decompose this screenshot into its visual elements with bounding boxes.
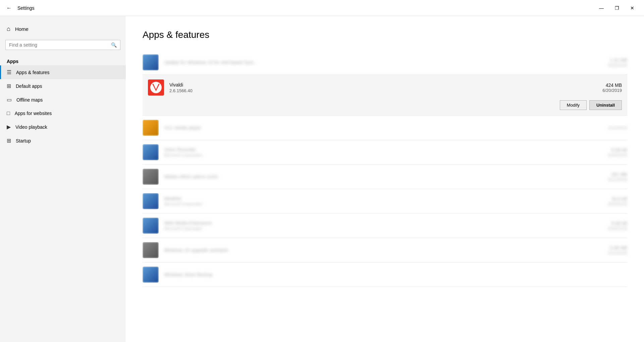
webex-icon-img — [143, 169, 159, 185]
app-meta: 1.42 MB 6/26/2019 — [608, 57, 627, 68]
vivaldi-info: Vivaldi 2.6.1566.40 — [169, 82, 597, 93]
web-media-icon — [143, 218, 159, 234]
weather-size: 16.0 kB — [608, 196, 627, 202]
voice-recorder-icon — [143, 144, 159, 160]
sidebar-item-default-apps-label: Default apps — [16, 83, 42, 89]
vlc-meta: 3/14/2019 — [608, 125, 627, 130]
webex-meta: 181 MB 6/21/2019 — [608, 172, 627, 182]
app-icon — [143, 54, 159, 70]
close-button[interactable]: ✕ — [625, 0, 640, 16]
list-item-web-media[interactable]: Web Media Extensions Microsoft Corporati… — [143, 214, 627, 238]
webex-icon — [143, 169, 159, 185]
list-item-vlc[interactable]: VLC media player 3/14/2019 — [143, 116, 627, 140]
voice-recorder-name: Voice Recorder — [164, 147, 602, 152]
sidebar: ⌂ Home 🔍 Apps ☰ Apps & features ⊞ Defaul… — [0, 16, 126, 342]
web-media-size: 8.08 kB — [608, 221, 627, 226]
list-item-win10-upgrade[interactable]: Windows 10 upgrade assistant 5.08 MB 3/1… — [143, 238, 627, 263]
minimize-button[interactable]: — — [594, 0, 609, 16]
list-item-weather[interactable]: Weather Microsoft Corporation 16.0 kB 6/… — [143, 189, 627, 214]
vlc-icon — [143, 120, 159, 136]
maximize-button[interactable]: ❐ — [609, 0, 625, 16]
win10-upgrade-icon-img — [143, 242, 159, 258]
sidebar-item-startup[interactable]: ⊞ Startup — [0, 134, 126, 148]
win10-upgrade-size: 5.08 MB — [608, 245, 627, 250]
web-media-name: Web Media Extensions — [164, 220, 602, 226]
web-media-sub: Microsoft Corporation — [164, 226, 602, 231]
offline-maps-icon: ▭ — [7, 97, 12, 103]
title-bar-left: ← Settings — [4, 3, 594, 13]
app-name: Update for Windows 10 for x64-based Syst… — [164, 60, 602, 65]
win10-upgrade-date: 3/12/2019 — [608, 250, 627, 255]
web-media-date: 6/20/2019 — [608, 226, 627, 231]
main-content: Apps & features Update for Windows 10 fo… — [126, 16, 644, 342]
vivaldi-inner — [150, 82, 162, 93]
voice-recorder-size: 6.08 kB — [608, 147, 627, 153]
weather-icon-img — [143, 193, 159, 209]
vivaldi-icon — [148, 79, 164, 96]
video-playback-icon: ▶ — [7, 124, 11, 130]
webex-name: Webex MSCI add-in (x32) — [164, 174, 602, 179]
sidebar-item-startup-label: Startup — [16, 138, 31, 144]
sidebar-item-apps-websites[interactable]: □ Apps for websites — [0, 107, 126, 120]
title-bar: ← Settings — ❐ ✕ — [0, 0, 644, 16]
webex-date: 6/21/2019 — [608, 177, 627, 182]
voice-recorder-header: Voice Recorder Microsoft Corporation 6.0… — [143, 140, 627, 164]
apps-websites-icon: □ — [7, 110, 10, 116]
search-input[interactable] — [9, 42, 111, 48]
page-title: Apps & features — [143, 30, 627, 40]
voice-recorder-sub: Microsoft Corporation — [164, 153, 602, 158]
sidebar-home-label: Home — [15, 26, 29, 32]
app-item-header: Update for Windows 10 for x64-based Syst… — [143, 50, 627, 74]
list-item[interactable]: Update for Windows 10 for x64-based Syst… — [143, 50, 627, 75]
voice-recorder-info: Voice Recorder Microsoft Corporation — [164, 147, 602, 158]
list-item-voice-recorder[interactable]: Voice Recorder Microsoft Corporation 6.0… — [143, 140, 627, 165]
voice-recorder-meta: 6.08 kB 6/20/2019 — [608, 147, 627, 158]
web-media-info: Web Media Extensions Microsoft Corporati… — [164, 220, 602, 231]
app-icon-img — [143, 54, 159, 70]
win-store-name: Windows Store Backup — [164, 272, 622, 277]
list-item-win-store[interactable]: Windows Store Backup — [143, 263, 627, 287]
sidebar-home[interactable]: ⌂ Home — [0, 21, 126, 37]
weather-date: 6/20/2019 — [608, 202, 627, 207]
sidebar-item-video-playback-label: Video playback — [15, 124, 47, 130]
list-item-vivaldi[interactable]: Vivaldi 2.6.1566.40 424 MB 6/20/2019 Mod… — [143, 75, 627, 116]
app-body: ⌂ Home 🔍 Apps ☰ Apps & features ⊞ Defaul… — [0, 16, 644, 342]
weather-info: Weather Microsoft Corporation — [164, 196, 602, 207]
vivaldi-v-shape — [152, 84, 160, 91]
home-icon: ⌂ — [7, 25, 10, 33]
web-media-icon-img — [143, 218, 159, 234]
vivaldi-meta: 424 MB 6/20/2019 — [602, 82, 622, 93]
webex-header: Webex MSCI add-in (x32) 181 MB 6/21/2019 — [143, 165, 627, 189]
sidebar-item-default-apps[interactable]: ⊞ Default apps — [0, 79, 126, 93]
app-list: Update for Windows 10 for x64-based Syst… — [143, 50, 627, 287]
vivaldi-version: 2.6.1566.40 — [169, 88, 597, 93]
win10-upgrade-info: Windows 10 upgrade assistant — [164, 247, 602, 253]
vivaldi-header: Vivaldi 2.6.1566.40 424 MB 6/20/2019 — [143, 75, 627, 100]
list-item-webex[interactable]: Webex MSCI add-in (x32) 181 MB 6/21/2019 — [143, 165, 627, 189]
win10-upgrade-name: Windows 10 upgrade assistant — [164, 247, 602, 253]
web-media-header: Web Media Extensions Microsoft Corporati… — [143, 214, 627, 238]
modify-button[interactable]: Modify — [560, 100, 587, 110]
sidebar-item-apps-features[interactable]: ☰ Apps & features — [0, 65, 126, 79]
vivaldi-size: 424 MB — [602, 82, 622, 88]
web-media-meta: 8.08 kB 6/20/2019 — [608, 221, 627, 231]
win-store-icon-img — [143, 267, 159, 283]
win10-upgrade-icon — [143, 242, 159, 258]
uninstall-button[interactable]: Uninstall — [589, 100, 622, 110]
weather-icon — [143, 193, 159, 209]
win10-upgrade-meta: 5.08 MB 3/12/2019 — [608, 245, 627, 255]
app-size: 1.42 MB — [608, 57, 627, 63]
sidebar-search-container: 🔍 — [5, 40, 120, 50]
window-controls: — ❐ ✕ — [594, 0, 640, 16]
back-button[interactable]: ← — [4, 3, 14, 13]
voice-recorder-icon-img — [143, 144, 159, 160]
vlc-name: VLC media player — [164, 125, 602, 130]
vlc-info: VLC media player — [164, 125, 602, 130]
weather-sub: Microsoft Corporation — [164, 202, 602, 207]
app-info: Update for Windows 10 for x64-based Syst… — [164, 60, 602, 65]
sidebar-item-offline-maps[interactable]: ▭ Offline maps — [0, 93, 126, 107]
sidebar-item-video-playback[interactable]: ▶ Video playback — [0, 120, 126, 134]
webex-size: 181 MB — [608, 172, 627, 177]
vlc-header: VLC media player 3/14/2019 — [143, 116, 627, 140]
win-store-header: Windows Store Backup — [143, 263, 627, 287]
